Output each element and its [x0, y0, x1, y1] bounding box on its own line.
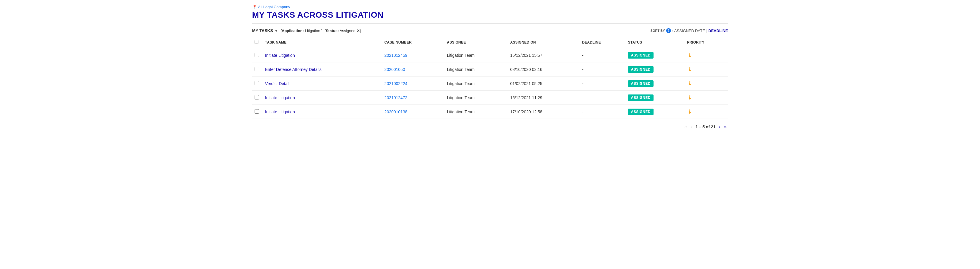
table-row: Initiate Litigation 2021012459 Litigatio…: [252, 48, 728, 62]
priority-thermometer-icon: 🌡: [687, 94, 693, 101]
table-row: Verdict Detail 2021002224 Litigation Tea…: [252, 76, 728, 91]
tasks-table: TASK NAME CASE NUMBER ASSIGNEE ASSIGNED …: [252, 37, 728, 119]
row-checkbox-1[interactable]: [255, 67, 259, 71]
sort-deadline[interactable]: DEADLINE: [708, 28, 728, 33]
row-checkbox-cell: [252, 105, 263, 119]
col-header-status: STATUS: [625, 37, 685, 48]
company-name[interactable]: All Legal Company: [258, 5, 290, 9]
pagination-next[interactable]: ›: [717, 123, 721, 130]
sort-bar: SORT BY ? : ASSIGNED DATE | DEADLINE: [651, 28, 728, 33]
row-case-number: 2021012472: [382, 91, 445, 105]
task-name-link[interactable]: Initiate Litigation: [265, 95, 295, 100]
case-number-link[interactable]: 2021012472: [385, 95, 407, 100]
row-task-name: Initiate Litigation: [263, 105, 382, 119]
case-number-link[interactable]: 202001050: [385, 67, 405, 72]
status-filter-close[interactable]: ✕: [356, 28, 360, 33]
row-case-number: 2020010138: [382, 105, 445, 119]
sort-info-icon[interactable]: ?: [666, 28, 671, 33]
row-assigned-on: 15/12/2021 15:57: [508, 48, 579, 62]
row-checkbox-3[interactable]: [255, 95, 259, 100]
row-checkbox-2[interactable]: [255, 81, 259, 85]
row-case-number: 2021002224: [382, 76, 445, 91]
row-deadline: -: [580, 48, 626, 62]
row-priority: 🌡: [685, 91, 728, 105]
case-number-link[interactable]: 2021012459: [385, 53, 407, 58]
sort-assigned-date[interactable]: ASSIGNED DATE: [674, 28, 705, 33]
status-badge: ASSIGNED: [628, 66, 654, 73]
company-header: 📍 All Legal Company: [252, 5, 728, 9]
col-header-task-name: TASK NAME: [263, 37, 382, 48]
row-checkbox-cell: [252, 76, 263, 91]
row-assignee: Litigation Team: [445, 62, 508, 76]
sort-divider-vertical: |: [706, 28, 707, 33]
filter-bar: MY TASKS ▼ [Application: Litigation ] [S…: [252, 28, 728, 33]
priority-thermometer-icon: 🌡: [687, 80, 693, 87]
select-all-checkbox[interactable]: [255, 40, 258, 44]
row-priority: 🌡: [685, 105, 728, 119]
row-deadline: -: [580, 105, 626, 119]
table-row: Enter Defence Attorney Details 202001050…: [252, 62, 728, 76]
row-task-name: Initiate Litigation: [263, 48, 382, 62]
task-name-link[interactable]: Initiate Litigation: [265, 109, 295, 114]
row-assignee: Litigation Team: [445, 48, 508, 62]
location-pin-icon: 📍: [252, 5, 257, 9]
row-status: ASSIGNED: [625, 105, 685, 119]
pagination: « ‹ 1 – 5 of 21 › »: [252, 123, 728, 130]
filter-icon[interactable]: ▼: [274, 28, 278, 33]
pagination-info: 1 – 5 of 21: [696, 125, 716, 129]
row-deadline: -: [580, 76, 626, 91]
case-number-link[interactable]: 2020010138: [385, 109, 407, 114]
col-header-assigned-on: ASSIGNED ON: [508, 37, 579, 48]
col-header-check: [252, 37, 263, 48]
row-assigned-on: 01/02/2021 05:25: [508, 76, 579, 91]
row-assignee: Litigation Team: [445, 91, 508, 105]
row-checkbox-cell: [252, 62, 263, 76]
col-header-priority: PRIORITY: [685, 37, 728, 48]
row-deadline: -: [580, 62, 626, 76]
row-task-name: Enter Defence Attorney Details: [263, 62, 382, 76]
pagination-last[interactable]: »: [723, 123, 728, 130]
col-header-deadline: DEADLINE: [580, 37, 626, 48]
row-task-name: Verdict Detail: [263, 76, 382, 91]
row-assigned-on: 08/10/2020 03:16: [508, 62, 579, 76]
status-badge: ASSIGNED: [628, 52, 654, 59]
table-row: Initiate Litigation 2021012472 Litigatio…: [252, 91, 728, 105]
filter-application: [Application: Litigation ]: [280, 28, 322, 33]
row-status: ASSIGNED: [625, 76, 685, 91]
priority-thermometer-icon: 🌡: [687, 108, 693, 115]
row-status: ASSIGNED: [625, 48, 685, 62]
page-title: MY TASKS ACROSS LITIGATION: [252, 10, 728, 20]
my-tasks-label: MY TASKS ▼: [252, 28, 278, 33]
filter-status: [Status: Assigned ✕]: [325, 28, 361, 33]
table-header-row: TASK NAME CASE NUMBER ASSIGNEE ASSIGNED …: [252, 37, 728, 48]
pagination-prev[interactable]: ‹: [690, 123, 694, 130]
row-status: ASSIGNED: [625, 91, 685, 105]
row-checkbox-4[interactable]: [255, 109, 259, 114]
case-number-link[interactable]: 2021002224: [385, 81, 407, 86]
status-badge: ASSIGNED: [628, 95, 654, 101]
row-status: ASSIGNED: [625, 62, 685, 76]
status-badge: ASSIGNED: [628, 80, 654, 87]
priority-thermometer-icon: 🌡: [687, 66, 693, 73]
row-priority: 🌡: [685, 76, 728, 91]
title-divider: [252, 23, 728, 24]
row-assigned-on: 16/12/2021 11:29: [508, 91, 579, 105]
row-priority: 🌡: [685, 62, 728, 76]
task-name-link[interactable]: Verdict Detail: [265, 81, 290, 86]
filter-left: MY TASKS ▼ [Application: Litigation ] [S…: [252, 28, 361, 33]
row-assigned-on: 17/10/2020 12:58: [508, 105, 579, 119]
row-checkbox-cell: [252, 91, 263, 105]
pagination-first[interactable]: «: [683, 123, 688, 130]
task-name-link[interactable]: Initiate Litigation: [265, 53, 295, 58]
row-case-number: 202001050: [382, 62, 445, 76]
col-header-assignee: ASSIGNEE: [445, 37, 508, 48]
sort-label: SORT BY: [651, 29, 665, 32]
row-case-number: 2021012459: [382, 48, 445, 62]
row-task-name: Initiate Litigation: [263, 91, 382, 105]
sort-divider: :: [672, 28, 673, 33]
table-row: Initiate Litigation 2020010138 Litigatio…: [252, 105, 728, 119]
row-checkbox-cell: [252, 48, 263, 62]
task-name-link[interactable]: Enter Defence Attorney Details: [265, 67, 321, 72]
col-header-case-number: CASE NUMBER: [382, 37, 445, 48]
row-checkbox-0[interactable]: [255, 53, 259, 57]
